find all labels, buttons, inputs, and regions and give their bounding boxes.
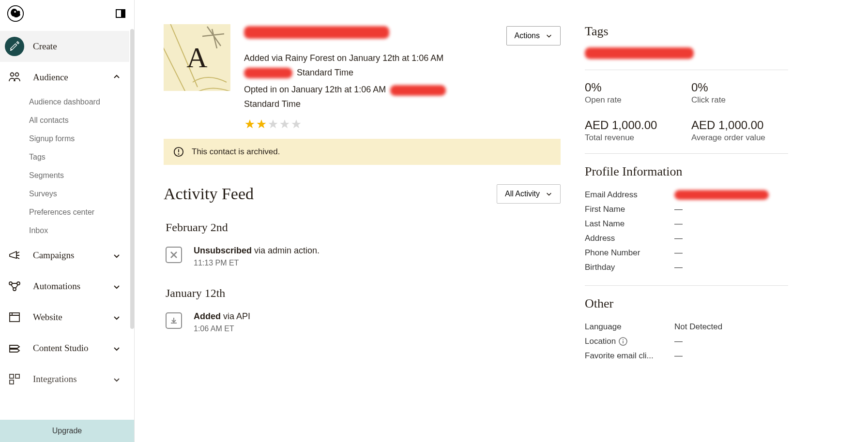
- profile-header: A Actions Added via Rainy Forest on Janu…: [164, 24, 561, 130]
- nav-label: Campaigns: [33, 250, 104, 261]
- info-icon[interactable]: [619, 337, 627, 346]
- chevron-up-icon: [113, 74, 121, 81]
- svg-point-6: [15, 73, 19, 76]
- svg-point-8: [17, 282, 20, 285]
- info-row-language: Language Not Detected: [585, 320, 788, 334]
- info-row-first-name: First Name —: [585, 202, 788, 217]
- info-row-email: Email Address: [585, 188, 788, 202]
- svg-point-7: [9, 282, 12, 285]
- scrollbar[interactable]: [130, 29, 134, 329]
- star-icon-empty: [279, 118, 290, 130]
- activity-group-0: February 2nd Unsubscribed via admin acti…: [164, 221, 561, 267]
- nav-item-automations[interactable]: Automations: [0, 271, 129, 302]
- chevron-down-icon: [113, 282, 121, 290]
- integrations-icon: [5, 369, 24, 389]
- archive-message: This contact is archived.: [192, 147, 280, 157]
- stat-total-revenue: AED 1,000.00 Total revenue: [585, 118, 682, 143]
- sub-segments[interactable]: Segments: [29, 166, 129, 185]
- sub-signup-forms[interactable]: Signup forms: [29, 130, 129, 148]
- warning-icon: [173, 147, 184, 157]
- info-row-favorite-client: Favorite email cli... —: [585, 349, 788, 363]
- info-row-address: Address —: [585, 231, 788, 246]
- download-icon: [166, 312, 182, 329]
- activity-item: Unsubscribed via admin action. 11:13 PM …: [166, 246, 561, 267]
- upgrade-button[interactable]: Upgrade: [0, 420, 134, 442]
- chevron-down-icon: [546, 32, 552, 39]
- contact-name-redacted: [244, 26, 389, 39]
- activity-header: Activity Feed All Activity: [164, 184, 561, 204]
- side-column: Tags 0% Open rate 0% Click rate AED 1,00…: [585, 24, 788, 442]
- svg-point-19: [623, 339, 624, 340]
- activity-time: 11:13 PM ET: [194, 259, 320, 267]
- sub-all-contacts[interactable]: All contacts: [29, 111, 129, 130]
- nav-item-website[interactable]: Website: [0, 302, 129, 333]
- nav-item-integrations[interactable]: Integrations: [0, 364, 129, 395]
- create-button[interactable]: Create: [0, 31, 129, 62]
- star-icon-empty: [267, 118, 279, 130]
- audience-subitems: Audience dashboard All contacts Signup f…: [0, 93, 129, 240]
- mailchimp-logo-icon[interactable]: [7, 5, 24, 22]
- svg-point-17: [178, 153, 180, 155]
- svg-point-2: [14, 11, 16, 13]
- nav-label: Automations: [33, 281, 104, 292]
- activity-text: Unsubscribed via admin action. 11:13 PM …: [194, 246, 320, 267]
- nav-item-campaigns[interactable]: Campaigns: [0, 240, 129, 271]
- tags-redacted: [585, 47, 694, 59]
- nav-item-audience[interactable]: Audience: [0, 62, 129, 93]
- archive-banner: This contact is archived.: [164, 139, 561, 165]
- nav-label: Content Studio: [33, 343, 104, 354]
- avatar: A: [164, 24, 230, 91]
- content-studio-icon: [5, 339, 24, 358]
- svg-rect-13: [10, 380, 14, 384]
- opted-line: Opted in on January 12th at 1:06 AM Stan…: [244, 83, 561, 111]
- upgrade-label: Upgrade: [52, 427, 82, 435]
- sidebar-header: [0, 0, 134, 27]
- activity-date: January 12th: [166, 287, 561, 300]
- activity-text: Added via API 1:06 AM ET: [194, 311, 250, 333]
- actions-button[interactable]: Actions: [506, 26, 561, 45]
- other-heading: Other: [585, 296, 788, 311]
- profile-name-row: Actions: [244, 26, 561, 45]
- star-icon-filled: [244, 118, 256, 130]
- sub-surveys[interactable]: Surveys: [29, 185, 129, 203]
- automations-icon: [5, 277, 24, 296]
- nav-item-content-studio[interactable]: Content Studio: [0, 333, 129, 364]
- audience-icon: [5, 68, 24, 87]
- pencil-icon: [5, 37, 24, 56]
- avatar-letter: A: [186, 41, 207, 74]
- chevron-down-icon: [113, 251, 121, 259]
- star-icon-filled: [256, 118, 267, 130]
- sub-preferences-center[interactable]: Preferences center: [29, 203, 129, 221]
- stat-avg-order: AED 1,000.00 Average order value: [691, 118, 788, 143]
- megaphone-icon: [5, 246, 24, 265]
- svg-rect-4: [121, 10, 125, 17]
- sub-inbox[interactable]: Inbox: [29, 221, 129, 240]
- star-icon-empty: [290, 118, 302, 130]
- create-label: Create: [33, 41, 121, 52]
- nav-label: Website: [33, 312, 104, 323]
- tags-heading: Tags: [585, 24, 788, 39]
- x-icon: [166, 247, 182, 263]
- svg-rect-10: [10, 313, 19, 322]
- added-line: Added via Rainy Forest on January 12th a…: [244, 51, 561, 80]
- sidebar-nav: Create Audience Audience dashboard All c…: [0, 27, 134, 420]
- nav-label: Audience: [33, 72, 104, 83]
- svg-rect-12: [15, 374, 19, 378]
- other-section: Other Language Not Detected Location — F…: [585, 296, 788, 374]
- sub-tags[interactable]: Tags: [29, 148, 129, 166]
- chevron-down-icon: [113, 375, 121, 383]
- website-icon: [5, 308, 24, 327]
- svg-rect-11: [10, 374, 14, 378]
- info-row-location: Location —: [585, 334, 788, 349]
- info-row-phone: Phone Number —: [585, 246, 788, 260]
- panel-toggle-icon[interactable]: [116, 9, 125, 18]
- info-row-last-name: Last Name —: [585, 217, 788, 231]
- activity-filter-button[interactable]: All Activity: [497, 184, 561, 204]
- chevron-down-icon: [113, 344, 121, 352]
- chevron-down-icon: [546, 191, 552, 197]
- profile-info-heading: Profile Information: [585, 164, 788, 179]
- svg-point-5: [11, 73, 14, 76]
- profile-column: A Actions Added via Rainy Forest on Janu…: [164, 24, 561, 442]
- sub-audience-dashboard[interactable]: Audience dashboard: [29, 93, 129, 111]
- activity-date: February 2nd: [166, 221, 561, 234]
